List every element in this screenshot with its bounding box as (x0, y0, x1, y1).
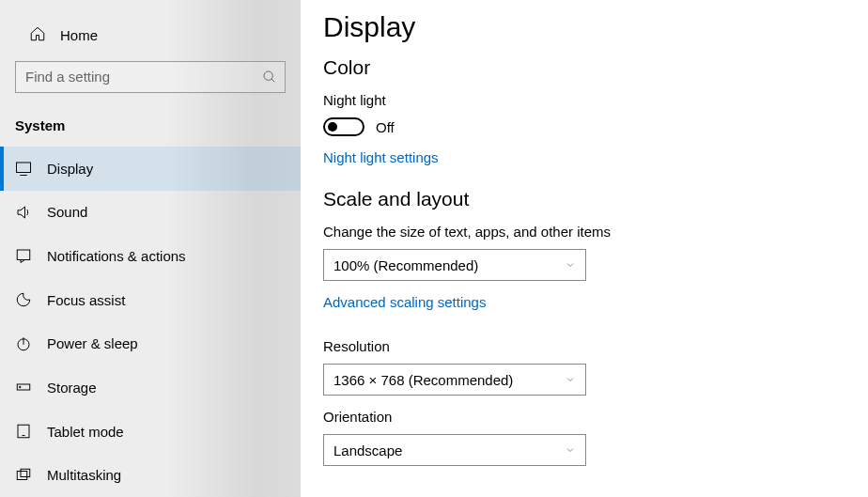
scale-size-label: Change the size of text, apps, and other… (323, 224, 868, 240)
home-icon (29, 25, 46, 45)
svg-rect-2 (17, 163, 31, 173)
sidebar-item-sound[interactable]: Sound (0, 191, 301, 235)
sidebar-item-label: Power & sleep (47, 335, 138, 351)
resolution-select[interactable]: 1366 × 768 (Recommended) (323, 364, 586, 396)
search-box[interactable] (15, 61, 286, 93)
chevron-down-icon (565, 374, 576, 385)
resolution-value: 1366 × 768 (Recommended) (333, 372, 513, 388)
search-icon (262, 70, 277, 85)
night-light-toggle[interactable] (323, 117, 364, 136)
sidebar-item-display[interactable]: Display (0, 147, 301, 191)
tablet-icon (15, 423, 32, 440)
power-icon (15, 335, 32, 352)
svg-line-1 (271, 79, 274, 82)
sidebar-item-power[interactable]: Power & sleep (0, 321, 301, 365)
orientation-label: Orientation (323, 409, 868, 425)
chevron-down-icon (565, 259, 576, 271)
sidebar-item-label: Storage (47, 380, 97, 396)
svg-rect-4 (17, 250, 30, 260)
storage-icon (15, 379, 32, 396)
multitasking-icon (15, 467, 32, 484)
scale-size-select[interactable]: 100% (Recommended) (323, 249, 586, 281)
sidebar-item-label: Multitasking (47, 467, 121, 483)
sidebar-item-multitasking[interactable]: Multitasking (0, 453, 301, 497)
sidebar: Home System Display Sound Notifications … (0, 0, 301, 497)
night-light-settings-link[interactable]: Night light settings (323, 149, 439, 165)
sound-icon (15, 204, 32, 221)
orientation-value: Landscape (333, 443, 402, 458)
svg-point-8 (20, 387, 22, 389)
focus-icon (15, 291, 32, 308)
main-content: Display Color Night light Off Night ligh… (301, 0, 868, 497)
home-button[interactable]: Home (0, 17, 301, 54)
sidebar-section-title: System (0, 108, 301, 147)
advanced-scaling-link[interactable]: Advanced scaling settings (323, 294, 486, 310)
night-light-label: Night light (323, 92, 868, 108)
sidebar-item-label: Sound (47, 204, 87, 220)
home-label: Home (60, 27, 98, 43)
search-input[interactable] (16, 62, 285, 92)
sidebar-item-label: Focus assist (47, 292, 125, 308)
night-light-state: Off (376, 119, 395, 135)
svg-rect-12 (21, 469, 30, 476)
sidebar-item-storage[interactable]: Storage (0, 365, 301, 410)
sidebar-item-notifications[interactable]: Notifications & actions (0, 234, 301, 278)
scale-size-value: 100% (Recommended) (333, 257, 478, 273)
toggle-knob (328, 122, 337, 132)
chevron-down-icon (565, 444, 576, 456)
sidebar-item-label: Notifications & actions (47, 248, 186, 264)
color-heading: Color (323, 56, 868, 79)
scale-heading: Scale and layout (323, 188, 868, 210)
svg-rect-11 (17, 471, 27, 479)
notifications-icon (15, 247, 32, 264)
sidebar-item-label: Tablet mode (47, 424, 124, 440)
resolution-label: Resolution (323, 338, 868, 354)
search-wrap (0, 54, 301, 108)
sidebar-item-label: Display (47, 161, 93, 177)
night-light-toggle-row: Off (323, 117, 868, 136)
page-title: Display (323, 11, 868, 43)
display-icon (15, 160, 32, 177)
svg-point-0 (264, 71, 272, 80)
sidebar-item-tablet[interactable]: Tablet mode (0, 410, 301, 454)
orientation-select[interactable]: Landscape (323, 434, 586, 466)
sidebar-item-focus[interactable]: Focus assist (0, 278, 301, 322)
